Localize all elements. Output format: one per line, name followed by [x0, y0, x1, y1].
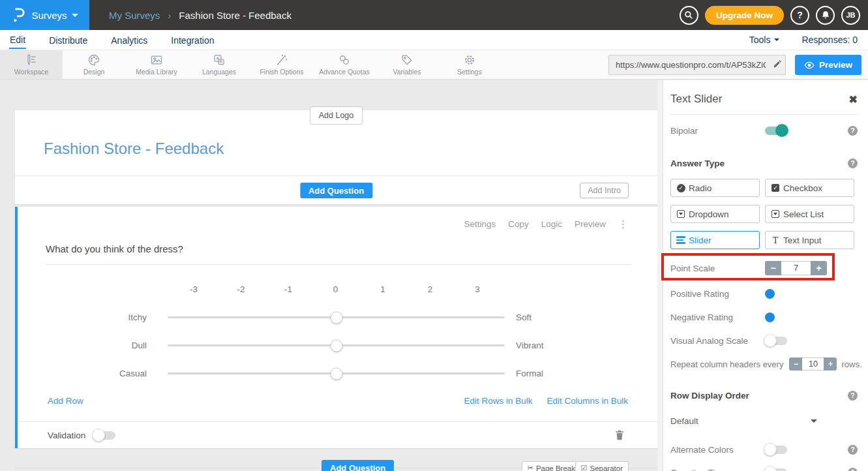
panel-title: Text Slider [670, 93, 849, 106]
minus-button[interactable]: − [765, 261, 781, 275]
help-icon[interactable]: ? [848, 126, 858, 136]
toolbar-item-label: Finish Options [260, 68, 303, 76]
repeat-headers-value[interactable]: 10 [802, 357, 824, 371]
plus-button[interactable]: + [824, 357, 837, 371]
kebab-menu-icon[interactable]: ⋮ [618, 221, 625, 227]
scale-tick: 3 [471, 284, 484, 294]
question-tips-toggle[interactable] [765, 468, 787, 471]
svg-text:A: A [220, 60, 222, 64]
bipolar-toggle[interactable] [765, 127, 787, 135]
alternate-colors-toggle[interactable] [765, 446, 787, 454]
app-menu[interactable]: Surveys [0, 0, 89, 30]
tools-label: Tools [749, 35, 771, 45]
divider [670, 114, 858, 115]
scale-tick: 2 [424, 284, 437, 294]
question-text[interactable]: What do you think of the dress? [18, 229, 657, 254]
slider-handle[interactable] [330, 339, 342, 352]
trash-icon[interactable] [614, 429, 625, 441]
alternate-colors-label: Alternate Colors [670, 445, 765, 455]
row-display-order-value: Default [670, 416, 811, 426]
question-logic-button[interactable]: Logic [541, 219, 562, 229]
tools-dropdown[interactable]: Tools [749, 35, 780, 45]
gear-icon [463, 53, 476, 67]
toolbar-item-label: Workspace [14, 68, 48, 76]
visual-analog-scale-toggle[interactable] [765, 337, 787, 345]
help-button[interactable]: ? [790, 6, 809, 25]
preview-button[interactable]: Preview [795, 55, 861, 75]
slider-track[interactable] [168, 372, 505, 374]
close-icon[interactable]: ✖ [849, 93, 858, 106]
question-preview-button[interactable]: Preview [575, 219, 606, 229]
scrollbar[interactable] [657, 80, 663, 471]
toolbar-item-label: Languages [202, 68, 236, 76]
toolbar-item-design[interactable]: Design [63, 50, 125, 79]
toolbar-item-label: Variables [393, 68, 421, 76]
toolbar-item-finish-options[interactable]: Finish Options [250, 50, 313, 79]
plus-button[interactable]: + [811, 261, 827, 275]
row-display-order-select[interactable]: Default [670, 416, 817, 426]
add-intro-button[interactable]: Add Intro [580, 183, 629, 198]
slider-handle[interactable] [330, 367, 342, 380]
help-icon[interactable]: ? [848, 445, 858, 455]
survey-url-input[interactable] [608, 55, 786, 75]
help-icon[interactable]: ? [848, 391, 858, 401]
row-left-label: Dull [37, 341, 168, 350]
row-left-label: Casual [37, 369, 168, 378]
edit-url-button[interactable] [773, 59, 782, 71]
slider-track[interactable] [168, 344, 505, 346]
negative-rating-color-swatch[interactable] [765, 312, 775, 322]
toolbar-item-label: Media Library [136, 68, 177, 76]
tab-integration[interactable]: Integration [170, 32, 215, 48]
add-question-button-bottom[interactable]: Add Question [322, 460, 394, 471]
slider-icon [676, 236, 685, 244]
toolbar-item-media-library[interactable]: Media Library [125, 50, 188, 79]
answer-type-label: Dropdown [689, 209, 729, 219]
edit-rows-bulk-link[interactable]: Edit Rows in Bulk [464, 396, 532, 406]
scale-tick: -2 [235, 284, 248, 294]
answer-type-text-input[interactable]: T Text Input [765, 231, 854, 249]
add-row-link[interactable]: Add Row [48, 396, 83, 406]
tab-distribute[interactable]: Distribute [48, 32, 88, 48]
upgrade-now-button[interactable]: Upgrade Now [705, 6, 784, 25]
negative-rating-label: Negative Rating [670, 312, 765, 322]
notifications-button[interactable] [816, 6, 835, 25]
chevron-down-icon [72, 14, 78, 17]
add-logo-button[interactable]: Add Logo [310, 106, 363, 125]
help-icon[interactable]: ? [848, 468, 858, 471]
scissors-icon: ✂ [528, 464, 533, 471]
tab-analytics[interactable]: Analytics [110, 32, 148, 48]
positive-rating-color-swatch[interactable] [765, 289, 775, 299]
search-button[interactable] [680, 6, 698, 25]
tab-edit[interactable]: Edit [9, 31, 26, 49]
row-display-order-label: Row Display Order [670, 391, 848, 401]
toolbar-item-settings[interactable]: Settings [438, 50, 501, 79]
help-icon[interactable]: ? [848, 159, 858, 168]
responses-count[interactable]: Responses: 0 [801, 35, 858, 45]
answer-type-dropdown[interactable]: Dropdown [670, 205, 760, 223]
minus-button[interactable]: − [789, 357, 802, 371]
slider-handle[interactable] [330, 311, 342, 324]
validation-toggle[interactable] [93, 431, 115, 440]
question-copy-button[interactable]: Copy [508, 219, 529, 229]
toolbar-item-languages[interactable]: A Languages [188, 50, 250, 79]
question-settings-button[interactable]: Settings [464, 219, 496, 229]
toolbar-item-variables[interactable]: Variables [376, 50, 438, 79]
answer-type-slider[interactable]: Slider [670, 231, 760, 249]
survey-header-card: Add Logo Fashion Store - Feedback Add Qu… [15, 110, 657, 204]
row-right-label: Formal [505, 369, 657, 378]
separator-button[interactable]: ☑ Separator [575, 461, 629, 471]
user-avatar[interactable]: JB [841, 6, 860, 25]
add-question-button-top[interactable]: Add Question [300, 183, 372, 198]
toolbar-item-advance-quotas[interactable]: Advance Quotas [313, 50, 376, 79]
edit-columns-bulk-link[interactable]: Edit Columns in Bulk [546, 396, 628, 406]
slider-track[interactable] [168, 316, 505, 318]
toolbar-item-workspace[interactable]: Workspace [0, 50, 63, 79]
answer-type-checkbox[interactable]: ✓ Checkbox [765, 179, 854, 197]
page-break-button[interactable]: ✂ Page Break [522, 461, 581, 471]
select-list-icon [771, 210, 779, 218]
point-scale-value[interactable]: 7 [781, 261, 811, 275]
toolbar-item-label: Settings [457, 68, 482, 76]
answer-type-select-list[interactable]: Select List [765, 205, 854, 223]
breadcrumb-my-surveys[interactable]: My Surveys [109, 10, 160, 21]
answer-type-radio[interactable]: ✓ Radio [670, 179, 760, 197]
